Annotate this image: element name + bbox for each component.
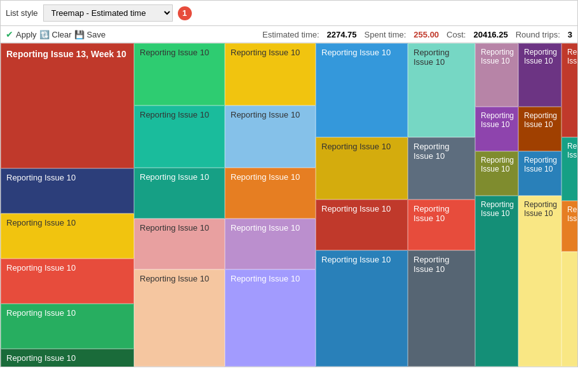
list-item[interactable] bbox=[561, 252, 578, 367]
list-item[interactable]: Reporting Issue 10 bbox=[134, 43, 225, 105]
list-item[interactable]: Reporting Issue 10 bbox=[518, 43, 561, 107]
list-item[interactable]: Reporting Issue 10 bbox=[1, 259, 134, 304]
list-item[interactable]: Reporting Issue 10 bbox=[1, 168, 134, 213]
list-item[interactable]: Reporting Issue 10 bbox=[316, 199, 408, 250]
list-item[interactable]: Reporting Issue 10 bbox=[225, 43, 316, 105]
col-1: Reporting Issue 13, Week 10 Reporting Is… bbox=[1, 43, 134, 367]
col-3: Reporting Issue 10 Reporting Issue 10 Re… bbox=[225, 43, 316, 367]
check-icon: ✔ bbox=[6, 29, 13, 39]
cell-main[interactable]: Reporting Issue 13, Week 10 bbox=[1, 43, 134, 168]
list-item[interactable]: Reporting Issue 10 bbox=[408, 250, 475, 367]
cost-label: Cost: bbox=[447, 30, 466, 39]
list-item[interactable]: Reporting Issue 10 bbox=[475, 151, 518, 196]
apply-button[interactable]: ✔ Apply bbox=[6, 29, 37, 39]
estimated-time-value: 2274.75 bbox=[327, 30, 357, 39]
treemap: Reporting Issue 13, Week 10 Reporting Is… bbox=[0, 43, 578, 367]
list-item[interactable]: Reporting Issue 10 bbox=[134, 269, 225, 367]
save-button[interactable]: 💾 Save bbox=[74, 30, 106, 39]
list-item[interactable]: Reporting Issue 10 bbox=[225, 168, 316, 219]
round-trips-value: 3 bbox=[568, 30, 572, 39]
spent-time-value: 255.00 bbox=[413, 30, 439, 39]
stats-bar: Estimated time: 2274.75 Spent time: 255.… bbox=[262, 30, 572, 39]
list-item[interactable]: Reporting Issue 10 bbox=[561, 43, 578, 137]
list-item[interactable]: Reporting Issue 10 bbox=[518, 196, 561, 367]
list-item[interactable]: Reporting Issue 10 bbox=[408, 137, 475, 199]
round-trips-label: Round trips: bbox=[516, 30, 560, 39]
actions-stats-bar: ✔ Apply 🔃 Clear 💾 Save Estimated time: 2… bbox=[0, 26, 578, 43]
list-item[interactable]: Reporting Issue 10 bbox=[134, 219, 225, 269]
list-item[interactable]: Reporting Issue 10 bbox=[1, 213, 134, 259]
list-style-label: List style bbox=[6, 8, 38, 18]
save-icon: 💾 bbox=[74, 30, 84, 39]
badge-circle: 1 bbox=[178, 6, 192, 20]
spent-time-label: Spent time: bbox=[365, 30, 407, 39]
cost-value: 20416.25 bbox=[473, 30, 507, 39]
toolbar: List style Treemap - Estimated time List… bbox=[0, 0, 578, 26]
list-item[interactable]: Reporting Issue 10 bbox=[561, 201, 578, 252]
list-item[interactable]: Reporting Issue 10 bbox=[316, 137, 408, 199]
col-4: Reporting Issue 10 Reporting Issue 10 Re… bbox=[316, 43, 408, 367]
list-item[interactable]: Reporting Issue 10 bbox=[408, 43, 475, 137]
col-7: Reporting Issue 10 Reporting Issue 10 Re… bbox=[518, 43, 561, 367]
list-item[interactable]: Reporting Issue 10 bbox=[475, 43, 518, 107]
clear-button[interactable]: 🔃 Clear bbox=[39, 30, 72, 39]
col-8: Reporting Issue 10 Reporting Issue 10 Re… bbox=[561, 43, 578, 367]
list-item[interactable]: Reporting Issue 10 bbox=[316, 43, 408, 137]
list-item[interactable]: Reporting Issue 10 bbox=[225, 105, 316, 168]
list-item[interactable]: Reporting Issue 10 bbox=[225, 219, 316, 269]
list-item[interactable]: Reporting Issue 10 bbox=[518, 151, 561, 196]
list-item[interactable]: Reporting Issue 10 bbox=[561, 137, 578, 201]
list-style-select[interactable]: Treemap - Estimated time List Kanban bbox=[43, 4, 173, 22]
list-item[interactable]: Reporting Issue 10 bbox=[316, 250, 408, 367]
col-6: Reporting Issue 10 Reporting Issue 10 Re… bbox=[475, 43, 518, 367]
col-2: Reporting Issue 10 Reporting Issue 10 Re… bbox=[134, 43, 225, 367]
list-item[interactable]: Reporting Issue 10 bbox=[408, 199, 475, 250]
list-item[interactable]: Reporting Issue 10 bbox=[134, 105, 225, 168]
list-item[interactable]: Reporting Issue 10 bbox=[475, 107, 518, 151]
clear-icon: 🔃 bbox=[39, 30, 50, 39]
list-item[interactable]: Reporting Issue 10 bbox=[134, 168, 225, 219]
list-item[interactable]: Reporting Issue 10 bbox=[475, 196, 518, 367]
list-item[interactable]: Reporting Issue 10 bbox=[225, 269, 316, 367]
list-item[interactable]: Reporting Issue 10 bbox=[518, 107, 561, 151]
col-5: Reporting Issue 10 Reporting Issue 10 Re… bbox=[408, 43, 475, 367]
list-item[interactable]: Reporting Issue 10 bbox=[1, 304, 134, 349]
estimated-time-label: Estimated time: bbox=[262, 30, 319, 39]
list-item[interactable]: Reporting Issue 10 bbox=[1, 349, 134, 367]
